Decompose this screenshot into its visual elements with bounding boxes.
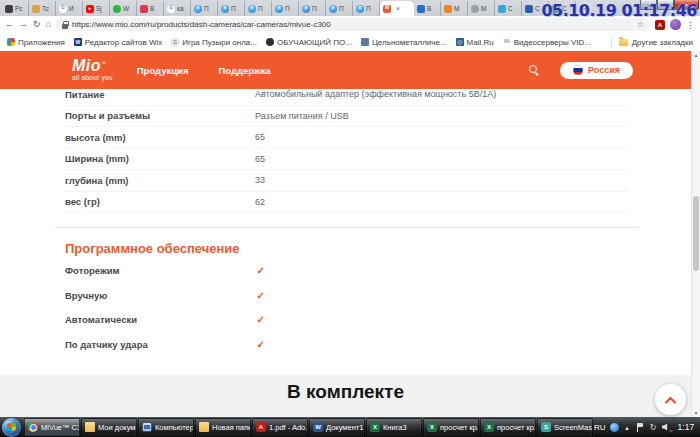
tray-icon[interactable]	[623, 423, 632, 432]
other-bookmarks-label: Другие закладки	[632, 38, 693, 47]
taskbar-button[interactable]: MiVue™ C30...	[24, 418, 80, 436]
taskbar-button[interactable]: Документ1 ...	[309, 418, 365, 436]
browser-tab[interactable]: М	[468, 1, 495, 16]
scrollbar-down-arrow[interactable]: ▼	[692, 409, 700, 417]
nav-item[interactable]: Поддержка	[218, 65, 270, 76]
taskbar-button-icon	[199, 422, 209, 432]
spec-row: Порты и разъемы Разъем питания / USB	[65, 106, 628, 128]
taskbar-button[interactable]: Новая папка	[195, 418, 251, 436]
taskbar-button[interactable]: Мои докум...	[81, 418, 137, 436]
search-icon[interactable]	[528, 64, 540, 76]
browser-tab[interactable]: П	[299, 1, 326, 16]
taskbar-button[interactable]: 1.pdf - Ado...	[252, 418, 308, 436]
browser-tab[interactable]: П	[191, 1, 218, 16]
tab-label: П	[285, 5, 290, 12]
bookmark-item[interactable]: Редактор сайтов Wix	[74, 38, 162, 47]
home-icon[interactable]: ⌂	[46, 20, 51, 29]
mio-logo[interactable]: Mio™ all about you	[72, 58, 113, 82]
tray-icon[interactable]	[649, 423, 658, 432]
page-scrollbar[interactable]: ▲ ▼	[691, 51, 700, 417]
tab-label: П	[366, 5, 371, 12]
browser-tab[interactable]: П	[245, 1, 272, 16]
browser-tab[interactable]: Рс	[2, 1, 29, 16]
tab-label: Тс	[42, 5, 49, 12]
tab-close-icon[interactable]: ×	[396, 5, 400, 12]
browser-tab[interactable]: П	[218, 1, 245, 16]
browser-tab[interactable]: С	[495, 1, 522, 16]
menu-kebab-icon[interactable]: ⋮	[686, 20, 695, 30]
bookmark-item[interactable]: Приложения	[7, 38, 65, 47]
browser-tab[interactable]: В	[414, 1, 441, 16]
tab-label: Рс	[15, 5, 23, 12]
bookmark-star-icon[interactable]: ☆	[637, 20, 644, 29]
timestamp-overlay: 05.10.19 01:17:46	[541, 1, 697, 20]
taskbar-button[interactable]: ScreenMaster	[537, 418, 593, 436]
browser-tab[interactable]: М	[441, 1, 468, 16]
bookmark-label: Приложения	[18, 38, 65, 47]
bookmark-label: Mail.Ru	[467, 38, 494, 47]
adobe-extension-icon[interactable]	[655, 20, 665, 30]
scroll-to-top-button[interactable]	[655, 384, 686, 415]
bookmark-icon	[361, 38, 369, 46]
tab-favicon-icon	[356, 5, 364, 13]
other-bookmarks[interactable]: Другие закладки	[611, 38, 693, 47]
scrollbar-thumb[interactable]	[693, 196, 699, 271]
tab-label: П	[231, 5, 236, 12]
tray-icon[interactable]	[636, 423, 645, 432]
tab-favicon-icon	[140, 5, 148, 13]
taskbar: MiVue™ C30... Мои докум... Компьютер Нов…	[0, 417, 700, 437]
browser-tab[interactable]: И	[56, 1, 83, 16]
section-divider	[55, 227, 638, 228]
browser-tab[interactable]: П	[272, 1, 299, 16]
browser-tab[interactable]: ×	[380, 1, 414, 16]
forward-icon[interactable]: →	[19, 20, 28, 29]
bookmark-item[interactable]: ОБУЧАЮЩИЙ ПО...	[266, 38, 352, 47]
software-label: По датчику удара	[65, 339, 148, 350]
taskbar-button-label: Новая папка	[212, 423, 251, 432]
browser-tab[interactable]: Тс	[29, 1, 56, 16]
taskbar-button-label: Документ1 ...	[326, 423, 365, 432]
taskbar-clock[interactable]: 1:17	[678, 422, 695, 432]
bookmark-item[interactable]: Игра Пузыри онла...	[171, 38, 257, 47]
nav-item[interactable]: Продукция	[137, 65, 189, 76]
bookmark-item[interactable]: Видеосерверы VID...	[503, 38, 591, 47]
url-text[interactable]: https://www.mio.com/ru/products/dash-cam…	[72, 20, 331, 29]
taskbar-button[interactable]: Компьютер	[138, 418, 194, 436]
browser-tab[interactable]: В	[137, 1, 164, 16]
check-icon: ✓	[257, 314, 265, 325]
browser-tab[interactable]: П	[353, 1, 380, 16]
language-indicator[interactable]: RU	[594, 423, 606, 432]
start-button[interactable]	[2, 418, 21, 437]
browser-tab[interactable]: ка	[164, 1, 191, 16]
tab-favicon-icon	[417, 5, 425, 13]
spec-row: глубина (mm) 33	[65, 170, 628, 192]
taskbar-button[interactable]: просчет кр...	[480, 418, 536, 436]
tray-icon[interactable]	[662, 423, 671, 432]
taskbar-buttons: MiVue™ C30... Мои докум... Компьютер Нов…	[24, 418, 593, 436]
reload-icon[interactable]: ↻	[33, 20, 41, 29]
region-button[interactable]: Россия	[560, 62, 633, 79]
bookmark-icon	[266, 38, 274, 46]
taskbar-button-label: Книга3	[383, 423, 407, 432]
spec-label: высота (mm)	[65, 132, 255, 143]
tab-label: W	[123, 5, 129, 12]
tab-favicon-icon	[194, 5, 202, 13]
browser-tab[interactable]: Sj	[83, 1, 110, 16]
software-label: Фоторежим	[65, 265, 120, 276]
tray-icon[interactable]	[610, 423, 619, 432]
profile-avatar[interactable]	[670, 19, 681, 30]
scrollbar-up-arrow[interactable]: ▲	[692, 51, 700, 59]
spec-value: Разъем питания / USB	[255, 111, 349, 121]
spec-value: 65	[255, 154, 265, 164]
browser-tab[interactable]: W	[110, 1, 137, 16]
back-icon[interactable]: ←	[5, 20, 14, 29]
bookmark-item[interactable]: Mail.Ru	[456, 38, 494, 47]
lock-icon[interactable]	[62, 21, 68, 29]
browser-tab[interactable]: П	[326, 1, 353, 16]
taskbar-button[interactable]: Книга3	[366, 418, 422, 436]
taskbar-button[interactable]: просчет кр...	[423, 418, 479, 436]
tabs: Рс Тс И Sj	[2, 0, 576, 16]
bookmark-item[interactable]: Цельнометалличе...	[361, 38, 447, 47]
tab-favicon-icon	[86, 5, 94, 13]
spec-value: 33	[255, 175, 265, 185]
